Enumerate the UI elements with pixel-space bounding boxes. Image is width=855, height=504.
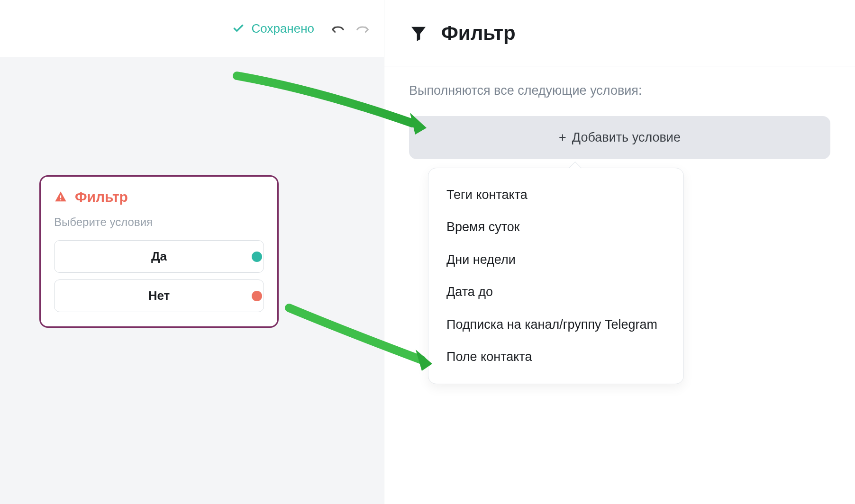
dropdown-item-date-until[interactable]: Дата до (428, 276, 683, 308)
no-label: Нет (148, 288, 170, 303)
dropdown-item-telegram-subscription[interactable]: Подписка на канал/группу Telegram (428, 308, 683, 341)
yes-choice-button[interactable]: Да (54, 240, 264, 273)
side-panel: Фильтр Выполняются все следующие условия… (384, 0, 855, 504)
panel-title: Фильтр (441, 22, 516, 45)
panel-header: Фильтр (384, 0, 855, 66)
dropdown-item-contact-field[interactable]: Поле контакта (428, 341, 683, 373)
panel-body: Выполняются все следующие условия: + Доб… (384, 66, 855, 401)
add-condition-label: Добавить условие (572, 130, 681, 145)
saved-status: Сохранено (232, 21, 314, 36)
undo-button[interactable] (331, 23, 345, 34)
filter-node[interactable]: Фильтр Выберите условия Да Нет (39, 175, 279, 328)
undo-redo-group (331, 23, 370, 34)
no-output-port[interactable] (252, 291, 262, 301)
no-choice-button[interactable]: Нет (54, 279, 264, 312)
check-icon (232, 22, 245, 35)
condition-type-dropdown: Теги контакта Время суток Дни недели Дат… (428, 168, 684, 384)
yes-label: Да (151, 249, 167, 264)
dropdown-item-time-of-day[interactable]: Время суток (428, 211, 683, 243)
svg-rect-0 (60, 196, 61, 198)
filter-node-header: Фильтр (54, 189, 264, 205)
warning-icon (54, 190, 67, 204)
saved-label: Сохранено (251, 21, 314, 36)
plus-icon: + (559, 130, 566, 145)
filter-node-subtitle: Выберите условия (54, 216, 264, 229)
conditions-label: Выполняются все следующие условия: (409, 83, 830, 98)
dropdown-item-tags[interactable]: Теги контакта (428, 179, 683, 211)
dropdown-item-days-of-week[interactable]: Дни недели (428, 243, 683, 276)
filter-node-title: Фильтр (75, 189, 128, 205)
funnel-icon (409, 24, 428, 43)
top-bar: Сохранено (0, 0, 384, 57)
yes-output-port[interactable] (252, 252, 262, 262)
redo-button[interactable] (355, 23, 370, 34)
svg-rect-1 (60, 199, 61, 200)
add-condition-button[interactable]: + Добавить условие (409, 116, 830, 159)
